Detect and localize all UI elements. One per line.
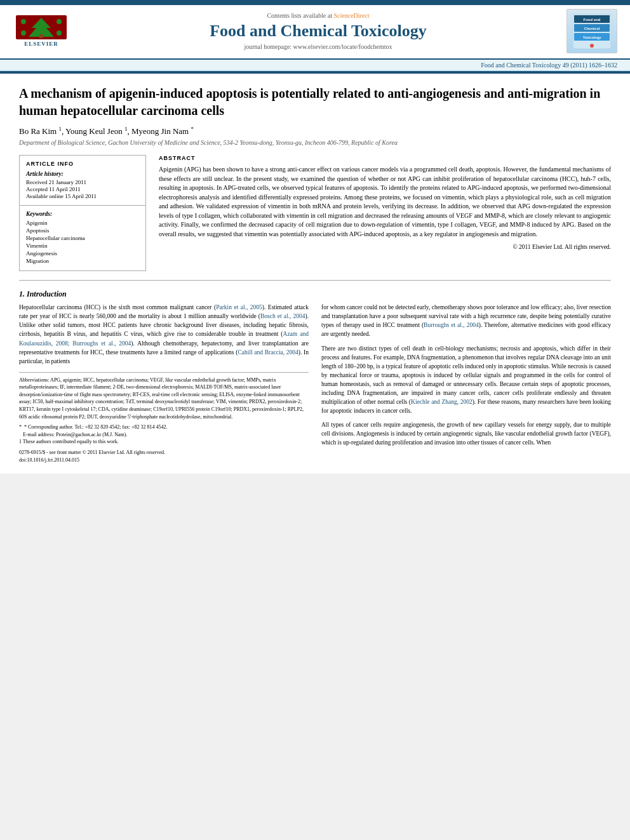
body-left-col: Hepatocellular carcinoma (HCC) is the si… — [19, 303, 309, 463]
article-info-title: ARTICLE INFO — [26, 161, 139, 167]
abbreviations-label: Abbreviations: — [19, 377, 50, 383]
sciencedirect-line: Contents lists available at ScienceDirec… — [76, 12, 560, 19]
abstract-column: ABSTRACT Apigenin (APG) has been shown t… — [159, 155, 611, 271]
doi-line: 0278-6915/$ - see front matter © 2011 El… — [19, 450, 165, 455]
corresponding-author-footnote: * * Corresponding author. Tel.: +82 32 8… — [19, 423, 309, 431]
svg-point-6 — [57, 30, 62, 36]
doi-number: doi:10.1016/j.fct.2011.04.015 — [19, 457, 79, 463]
article-title: A mechanism of apigenin-induced apoptosi… — [19, 85, 611, 119]
ref-burroughs[interactable]: Burroughs et al., 2004 — [424, 322, 479, 328]
footnote-area: Abbreviations: APG, apigenin; HCC, hepat… — [19, 372, 309, 464]
keyword-1: Apigenin — [26, 220, 139, 226]
body-right-col: for whom cancer could not be detected ea… — [321, 303, 611, 463]
corresponding-author-label: * — [19, 424, 23, 430]
sciencedirect-link[interactable]: ScienceDirect — [333, 12, 369, 19]
intro-right-para1: for whom cancer could not be detected ea… — [321, 303, 611, 338]
accepted-date: Accepted 11 April 2011 — [26, 186, 139, 192]
ref-cahill[interactable]: Cahill and Braccia, 2004 — [238, 349, 298, 356]
keyword-5: Angiogenesis — [26, 250, 139, 257]
ref-parkin[interactable]: Parkin et al., 2005 — [216, 304, 262, 310]
ref-bosch[interactable]: Bosch et al., 2004 — [260, 313, 305, 319]
elsevier-tree-logo — [16, 15, 67, 39]
journal-right-logo: Food and Chemical Toxicology — [566, 9, 617, 53]
svg-point-5 — [21, 30, 26, 36]
keyword-6: Migration — [26, 258, 139, 264]
equal-contribution-text: 1 These authors contributed equally to t… — [19, 439, 119, 444]
page: ELSEVIER Contents lists available at Sci… — [0, 0, 630, 474]
journal-homepage: journal homepage: www.elsevier.com/locat… — [76, 43, 560, 50]
article-content: A mechanism of apigenin-induced apoptosi… — [0, 74, 630, 474]
keywords-title: Keywords: — [26, 211, 139, 217]
copyright: © 2011 Elsevier Ltd. All rights reserved… — [159, 244, 611, 250]
svg-point-14 — [590, 44, 594, 48]
corresponding-author-text: * Corresponding author. Tel.: +82 32 820… — [24, 424, 167, 430]
top-bar — [0, 0, 630, 5]
received-date: Received 21 January 2011 — [26, 179, 139, 185]
keyword-2: Apoptosis — [26, 227, 139, 234]
history-title: Article history: — [26, 171, 139, 177]
volume-info-bar: Food and Chemical Toxicology 49 (2011) 1… — [0, 60, 630, 71]
svg-text:Food and: Food and — [584, 18, 601, 22]
svg-point-3 — [21, 19, 26, 24]
journal-center: Contents lists available at ScienceDirec… — [70, 12, 566, 50]
available-online-date: Available online 15 April 2011 — [26, 193, 139, 199]
elsevier-logo: ELSEVIER — [13, 15, 70, 47]
equal-contribution-footnote: 1 These authors contributed equally to t… — [19, 438, 309, 446]
intro-right-para3: All types of cancer cells require angiog… — [321, 420, 611, 447]
email-footnote: E-mail address: Protein@gachon.ac.kr (M.… — [19, 431, 309, 439]
elsevier-label: ELSEVIER — [24, 41, 58, 47]
section-divider — [19, 280, 611, 281]
doi-number-footnote: doi:10.1016/j.fct.2011.04.015 — [19, 457, 309, 464]
volume-info-text: Food and Chemical Toxicology 49 (2011) 1… — [481, 62, 617, 69]
abstract-title: ABSTRACT — [159, 155, 611, 161]
svg-text:Toxicology: Toxicology — [583, 36, 602, 39]
authors: Bo Ra Kim 1, Young Keul Jeon 1, Myeong J… — [19, 126, 611, 137]
abbreviations-footnote: Abbreviations: APG, apigenin; HCC, hepat… — [19, 377, 309, 421]
keywords-box: Keywords: Apigenin Apoptosis Hepatocellu… — [19, 206, 146, 271]
ref-kiechle[interactable]: Kiechle and Zhang, 2002 — [411, 399, 473, 405]
article-info-column: ARTICLE INFO Article history: Received 2… — [19, 155, 146, 271]
email-label — [19, 432, 22, 437]
intro-right-para2: There are two distinct types of cell dea… — [321, 344, 611, 415]
svg-text:Chemical: Chemical — [584, 27, 600, 30]
keyword-4: Vimentin — [26, 243, 139, 249]
doi-footnote: 0278-6915/$ - see front matter © 2011 El… — [19, 449, 309, 457]
journal-title: Food and Chemical Toxicology — [76, 22, 560, 41]
intro-left-text: Hepatocellular carcinoma (HCC) is the si… — [19, 303, 309, 365]
journal-header: ELSEVIER Contents lists available at Sci… — [0, 5, 630, 60]
keyword-3: Hepatocellular carcinoma — [26, 235, 139, 241]
info-abstract-section: ARTICLE INFO Article history: Received 2… — [19, 155, 611, 271]
svg-point-4 — [57, 19, 62, 24]
introduction-heading: 1. Introduction — [19, 290, 611, 299]
abstract-text: Apigenin (APG) has been shown to have a … — [159, 165, 611, 239]
email-text: E-mail address: Protein@gachon.ac.kr (M.… — [23, 432, 127, 437]
article-info-box: ARTICLE INFO Article history: Received 2… — [19, 155, 146, 206]
body-columns: Hepatocellular carcinoma (HCC) is the si… — [19, 303, 611, 463]
affiliation: Department of Biological Science, Gachon… — [19, 139, 611, 146]
ref-azam[interactable]: Azam and Koulaouzidis, 2008; Burroughs e… — [19, 331, 309, 346]
svg-rect-2 — [39, 34, 43, 38]
abbreviations-text: APG, apigenin; HCC, hepatocellular carci… — [19, 377, 304, 420]
